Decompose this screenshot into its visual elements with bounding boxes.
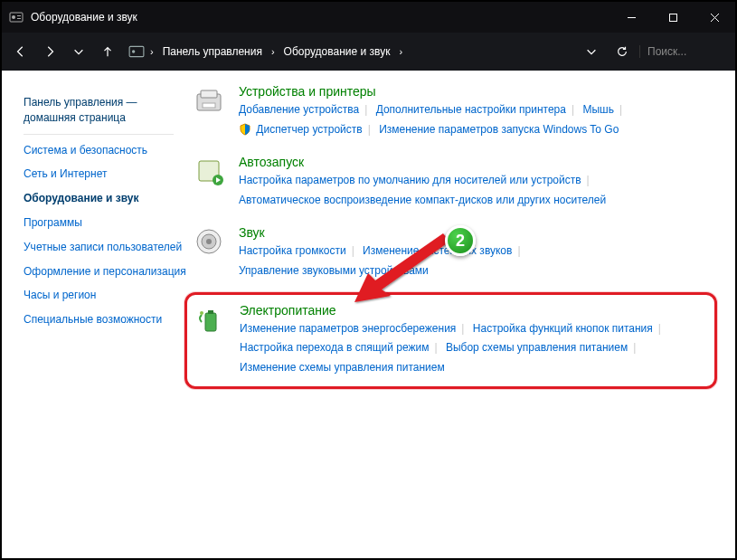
devices-icon: [192, 85, 230, 123]
link[interactable]: Управление звуковыми устройствами: [239, 264, 429, 277]
link-group: Настройка громкости| Изменение системных…: [239, 242, 717, 280]
link[interactable]: Автоматическое воспроизведение компакт-д…: [239, 194, 606, 206]
svg-rect-11: [201, 90, 217, 98]
svg-rect-20: [208, 310, 213, 314]
svg-point-9: [132, 50, 135, 52]
search-input[interactable]: Поиск...: [639, 45, 730, 58]
svg-rect-2: [17, 15, 21, 16]
refresh-button[interactable]: [609, 38, 636, 65]
category-autoplay: Автозапуск Настройка параметров по умолч…: [192, 154, 717, 210]
category-title[interactable]: Устройства и принтеры: [239, 84, 376, 100]
address-bar[interactable]: › Панель управления › Оборудование и зву…: [128, 39, 406, 64]
breadcrumb-root[interactable]: Панель управления: [159, 45, 266, 58]
svg-rect-12: [203, 103, 215, 108]
svg-rect-3: [17, 18, 21, 19]
link-group: Настройка параметров по умолчанию для но…: [239, 171, 717, 210]
minimize-button[interactable]: [610, 2, 652, 33]
sidebar-item-clock[interactable]: Часы и регион: [24, 283, 192, 308]
chevron-right-icon[interactable]: ›: [146, 46, 157, 57]
recent-button[interactable]: [65, 38, 92, 65]
link-group: Добавление устройства| Дополнительные на…: [239, 100, 717, 139]
up-button[interactable]: [94, 38, 121, 65]
sidebar-home[interactable]: Панель управления — домашняя страница: [24, 90, 192, 130]
chevron-right-icon[interactable]: ›: [395, 46, 406, 57]
sidebar-item-system[interactable]: Система и безопасность: [24, 138, 192, 163]
category-title[interactable]: Звук: [239, 225, 265, 242]
link[interactable]: Изменение схемы управления питанием: [240, 361, 445, 374]
link[interactable]: Мышь: [582, 103, 614, 116]
link[interactable]: Диспетчер устройств: [256, 123, 362, 136]
back-button[interactable]: [7, 38, 34, 65]
annotation-badge: 2: [445, 225, 476, 256]
sidebar-item-network[interactable]: Сеть и Интернет: [24, 162, 192, 186]
window-title: Оборудование и звук: [31, 11, 137, 24]
window-controls: [610, 2, 735, 33]
link[interactable]: Настройка перехода в спящий режим: [240, 341, 429, 354]
shield-icon: [239, 123, 251, 136]
svg-rect-19: [205, 313, 216, 331]
category-title[interactable]: Автозапуск: [239, 155, 304, 171]
link-group: Изменение параметров энергосбережения| Н…: [240, 319, 709, 378]
svg-rect-8: [129, 46, 144, 56]
sidebar-item-appearance[interactable]: Оформление и персонализация: [24, 260, 192, 284]
breadcrumb-current[interactable]: Оборудование и звук: [280, 45, 394, 58]
category-title[interactable]: Электропитание: [240, 303, 336, 319]
link[interactable]: Дополнительные настройки принтера: [376, 103, 566, 116]
control-panel-icon: [128, 43, 145, 60]
link[interactable]: Изменение параметров энергосбережения: [240, 322, 456, 335]
link[interactable]: Выбор схемы управления питанием: [446, 341, 628, 354]
content-area: Панель управления — домашняя страница Си…: [2, 71, 735, 558]
link[interactable]: Настройка громкости: [239, 244, 346, 257]
link[interactable]: Настройка параметров по умолчанию для но…: [239, 174, 581, 186]
sound-icon: [192, 226, 230, 264]
power-icon: [193, 304, 231, 342]
separator: [24, 134, 174, 135]
address-dropdown[interactable]: [578, 38, 605, 65]
chevron-right-icon[interactable]: ›: [268, 46, 279, 57]
svg-rect-5: [669, 14, 676, 21]
close-button[interactable]: [694, 2, 735, 33]
category-power: Электропитание Изменение параметров энер…: [193, 302, 709, 378]
link[interactable]: Добавление устройства: [239, 103, 359, 116]
sidebar-item-programs[interactable]: Программы: [24, 211, 192, 235]
svg-point-21: [200, 311, 203, 315]
link[interactable]: Изменение системных звуков: [363, 244, 512, 257]
control-panel-icon: [9, 10, 24, 24]
autoplay-icon: [192, 156, 230, 194]
svg-point-1: [12, 15, 15, 19]
main-panel: Устройства и принтеры Добавление устройс…: [192, 71, 735, 558]
svg-point-18: [206, 239, 212, 244]
category-devices: Устройства и принтеры Добавление устройс…: [192, 83, 717, 139]
sidebar-item-accounts[interactable]: Учетные записи пользователей: [24, 235, 192, 260]
link[interactable]: Настройка функций кнопок питания: [473, 322, 653, 335]
highlight-annotation: Электропитание Изменение параметров энер…: [184, 292, 717, 390]
title-bar: Оборудование и звук: [2, 2, 735, 33]
nav-bar: › Панель управления › Оборудование и зву…: [2, 33, 735, 71]
sidebar: Панель управления — домашняя страница Си…: [2, 71, 192, 558]
maximize-button[interactable]: [652, 2, 694, 33]
link[interactable]: Изменение параметров запуска Windows To …: [379, 123, 619, 136]
forward-button[interactable]: [36, 38, 63, 65]
sidebar-item-access[interactable]: Специальные возможности: [24, 308, 192, 332]
sidebar-item-hardware[interactable]: Оборудование и звук: [24, 186, 192, 211]
